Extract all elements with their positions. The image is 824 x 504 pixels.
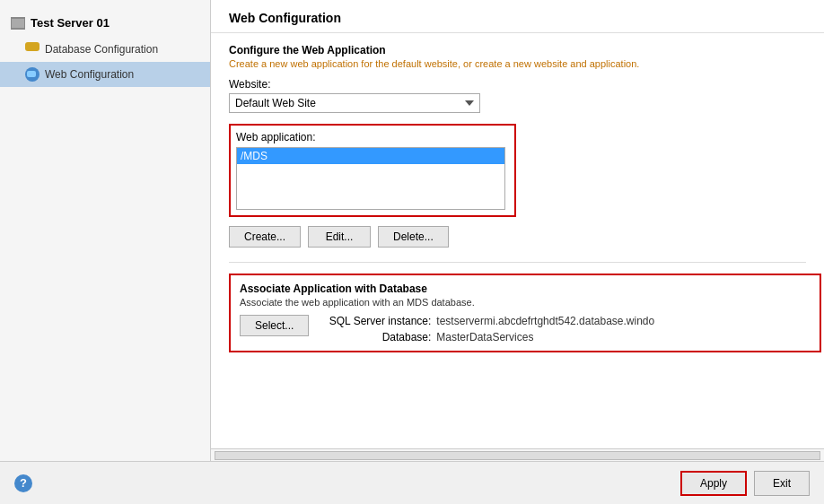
content-scroll: Configure the Web Application Create a n…: [211, 33, 824, 448]
help-icon[interactable]: ?: [14, 474, 32, 492]
sql-server-label: SQL Server instance:: [323, 315, 431, 327]
website-value: Default Web Site: [235, 97, 316, 109]
database-value: MasterDataServices: [436, 331, 533, 343]
select-button[interactable]: Select...: [240, 315, 309, 336]
main-window: Test Server 01 Database Configuration We…: [0, 0, 824, 461]
webapp-box: Web application: /MDS: [229, 124, 516, 217]
edit-button[interactable]: Edit...: [308, 226, 371, 248]
db-icon: [25, 42, 39, 56]
server-icon: [11, 17, 25, 30]
webapp-list[interactable]: /MDS: [236, 147, 505, 210]
sidebar-item-database-config[interactable]: Database Configuration: [0, 37, 210, 62]
web-icon: [25, 67, 39, 82]
database-row: Database: MasterDataServices: [323, 331, 654, 343]
apply-button[interactable]: Apply: [680, 471, 747, 496]
sidebar-item-web-config[interactable]: Web Configuration: [0, 62, 210, 87]
horizontal-scrollbar[interactable]: [211, 448, 824, 461]
configure-section: Configure the Web Application Create a n…: [229, 44, 806, 69]
sql-server-value: testservermi.abcdefrtghdt542.database.wi…: [436, 315, 654, 327]
database-label: Database:: [323, 331, 431, 343]
hscroll-track[interactable]: [215, 451, 820, 460]
associate-desc: Associate the web application with an MD…: [240, 297, 811, 308]
page-title: Web Configuration: [211, 0, 824, 33]
webapp-button-row: Create... Edit... Delete...: [229, 226, 806, 248]
delete-button[interactable]: Delete...: [378, 226, 449, 248]
associate-title: Associate Application with Database: [240, 282, 811, 295]
sql-server-row: SQL Server instance: testservermi.abcdef…: [323, 315, 654, 327]
website-label: Website:: [229, 78, 806, 91]
bottom-buttons: Apply Exit: [680, 471, 810, 496]
separator: [229, 262, 806, 263]
associate-box: Associate Application with Database Asso…: [229, 274, 821, 352]
associate-row: Select... SQL Server instance: testserve…: [240, 315, 811, 343]
bottom-bar: ? Apply Exit: [0, 461, 824, 504]
create-button[interactable]: Create...: [229, 226, 301, 248]
website-select[interactable]: Default Web Site: [229, 93, 480, 113]
exit-button[interactable]: Exit: [754, 471, 810, 496]
associate-fields: SQL Server instance: testservermi.abcdef…: [323, 315, 654, 343]
configure-title: Configure the Web Application: [229, 44, 806, 56]
sidebar: Test Server 01 Database Configuration We…: [0, 0, 211, 461]
webapp-list-item[interactable]: /MDS: [237, 148, 504, 164]
webapp-label: Web application:: [236, 131, 509, 143]
chevron-down-icon: [465, 100, 474, 106]
content-panel: Web Configuration Configure the Web Appl…: [211, 0, 824, 461]
server-label: Test Server 01: [0, 9, 210, 37]
configure-desc: Create a new web application for the def…: [229, 58, 806, 69]
